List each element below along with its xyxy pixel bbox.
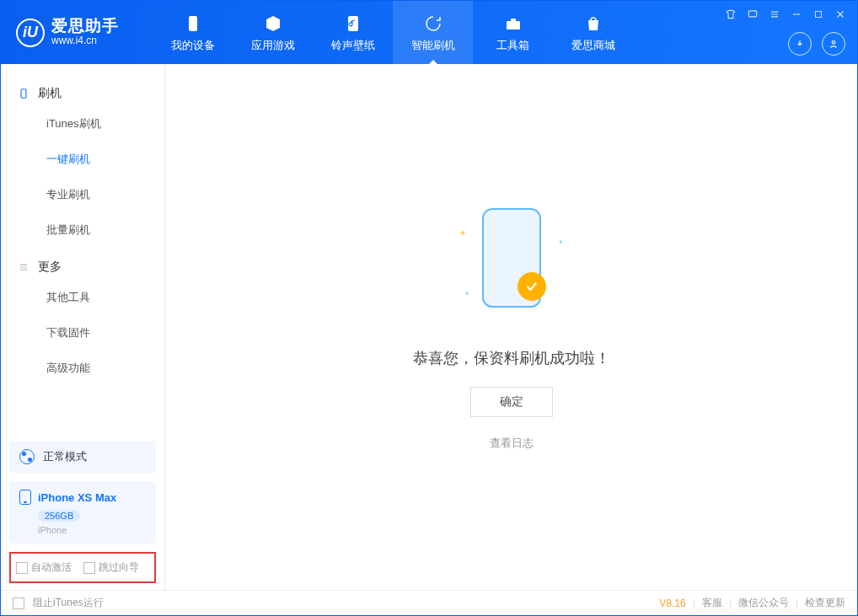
ok-button[interactable]: 确定 xyxy=(470,387,553,417)
sparkle-icon: ✦ xyxy=(464,290,470,297)
options-highlight-box: 自动激活 跳过向导 xyxy=(9,552,156,583)
list-icon xyxy=(18,261,29,273)
nav-label: 我的设备 xyxy=(171,38,215,53)
app-header: iU 爱思助手 www.i4.cn 我的设备 应用游戏 铃声壁纸 智能刷机 工具… xyxy=(1,1,857,64)
checkbox-icon xyxy=(16,562,28,574)
checkbox-icon xyxy=(83,562,95,574)
svg-point-6 xyxy=(832,41,835,45)
feedback-icon[interactable] xyxy=(746,8,759,21)
version-label: V8.16 xyxy=(659,597,685,609)
toolbox-icon xyxy=(502,13,524,35)
bag-icon xyxy=(582,13,604,35)
checkbox-skip-guide[interactable]: 跳过向导 xyxy=(83,560,139,575)
device-capacity: 256GB xyxy=(38,510,80,522)
logo-text: 爱思助手 www.i4.cn xyxy=(51,18,119,46)
view-log-link[interactable]: 查看日志 xyxy=(490,436,534,451)
section-label: 更多 xyxy=(38,260,62,275)
nav-label: 应用游戏 xyxy=(251,38,295,53)
menu-icon[interactable] xyxy=(768,8,781,21)
sparkle-icon: ✦ xyxy=(558,238,564,246)
svg-rect-7 xyxy=(21,89,26,99)
maximize-button[interactable] xyxy=(812,8,825,21)
nav-my-device[interactable]: 我的设备 xyxy=(153,1,233,64)
sparkle-icon: ✦ xyxy=(459,228,466,238)
phone-icon xyxy=(182,13,204,35)
sidebar-item-other-tools[interactable]: 其他工具 xyxy=(1,280,164,315)
header-action-circles xyxy=(788,32,845,56)
svg-rect-5 xyxy=(816,12,822,18)
mode-card[interactable]: 正常模式 xyxy=(9,441,156,473)
music-file-icon xyxy=(342,13,364,35)
sidebar-item-one-click-flash[interactable]: 一键刷机 xyxy=(1,142,164,177)
svg-rect-0 xyxy=(189,16,197,31)
svg-rect-3 xyxy=(511,19,516,21)
support-link[interactable]: 客服 xyxy=(702,596,722,610)
app-body: 刷机 iTunes刷机 一键刷机 专业刷机 批量刷机 更多 其他工具 下载固件 … xyxy=(1,64,857,590)
svg-rect-4 xyxy=(748,11,756,17)
sidebar-section-more: 更多 xyxy=(1,248,164,280)
nav-label: 工具箱 xyxy=(496,38,529,53)
close-button[interactable] xyxy=(834,8,847,21)
check-badge-icon xyxy=(517,272,546,301)
checkbox-text: 自动激活 xyxy=(31,560,72,575)
nav-label: 铃声壁纸 xyxy=(331,38,375,53)
sidebar-item-itunes-flash[interactable]: iTunes刷机 xyxy=(1,106,164,142)
sidebar-item-advanced[interactable]: 高级功能 xyxy=(1,351,164,386)
mode-label: 正常模式 xyxy=(43,449,87,464)
mode-icon xyxy=(19,449,35,464)
svg-rect-2 xyxy=(507,21,520,29)
device-type: iPhone xyxy=(38,525,146,535)
checkbox-icon xyxy=(13,597,24,609)
device-phone-icon xyxy=(19,490,31,505)
checkbox-text: 跳过向导 xyxy=(99,560,139,575)
phone-illustration xyxy=(482,208,541,308)
download-button[interactable] xyxy=(788,32,812,56)
sidebar-item-pro-flash[interactable]: 专业刷机 xyxy=(1,177,164,212)
nav-toolbox[interactable]: 工具箱 xyxy=(473,1,553,64)
sidebar-section-flash: 刷机 xyxy=(1,74,164,106)
status-bar: 阻止iTunes运行 V8.16 | 客服 | 微信公众号 | 检查更新 xyxy=(1,590,857,615)
sidebar-item-batch-flash[interactable]: 批量刷机 xyxy=(1,212,164,248)
nav-apps-games[interactable]: 应用游戏 xyxy=(233,1,313,64)
wechat-link[interactable]: 微信公众号 xyxy=(738,596,789,610)
logo-icon: iU xyxy=(16,19,45,47)
nav-label: 智能刷机 xyxy=(411,38,455,53)
nav-ringtones[interactable]: 铃声壁纸 xyxy=(313,1,393,64)
device-card[interactable]: iPhone XS Max 256GB iPhone xyxy=(9,481,156,544)
sidebar: 刷机 iTunes刷机 一键刷机 专业刷机 批量刷机 更多 其他工具 下载固件 … xyxy=(1,64,165,590)
window-controls xyxy=(724,8,847,21)
app-title: 爱思助手 xyxy=(51,18,119,35)
success-message: 恭喜您，保资料刷机成功啦！ xyxy=(413,348,610,368)
device-row: iPhone XS Max xyxy=(19,490,146,505)
nav-smart-flash[interactable]: 智能刷机 xyxy=(393,1,473,64)
minimize-button[interactable] xyxy=(790,8,803,21)
checkbox-auto-activate[interactable]: 自动激活 xyxy=(16,560,72,575)
success-illustration: ✦ ✦ ✦ xyxy=(436,203,587,313)
nav-store[interactable]: 爱思商城 xyxy=(553,1,633,64)
top-nav: 我的设备 应用游戏 铃声壁纸 智能刷机 工具箱 爱思商城 xyxy=(153,1,633,64)
section-label: 刷机 xyxy=(38,86,62,101)
refresh-shield-icon xyxy=(422,13,444,35)
check-update-link[interactable]: 检查更新 xyxy=(805,596,845,610)
phone-outline-icon xyxy=(18,88,29,99)
checkbox-text: 阻止iTunes运行 xyxy=(33,596,104,610)
skin-icon[interactable] xyxy=(724,8,737,21)
user-button[interactable] xyxy=(822,32,845,56)
device-name: iPhone XS Max xyxy=(38,491,116,504)
footer-right: V8.16 | 客服 | 微信公众号 | 检查更新 xyxy=(659,596,845,610)
logo-area: iU 爱思助手 www.i4.cn xyxy=(1,1,153,64)
checkbox-block-itunes[interactable]: 阻止iTunes运行 xyxy=(13,596,104,610)
nav-label: 爱思商城 xyxy=(571,38,615,53)
sidebar-item-download-firmware[interactable]: 下载固件 xyxy=(1,315,164,351)
app-subtitle: www.i4.cn xyxy=(51,35,119,46)
main-content: ✦ ✦ ✦ 恭喜您，保资料刷机成功啦！ 确定 查看日志 xyxy=(165,64,857,590)
cube-icon xyxy=(262,13,284,35)
